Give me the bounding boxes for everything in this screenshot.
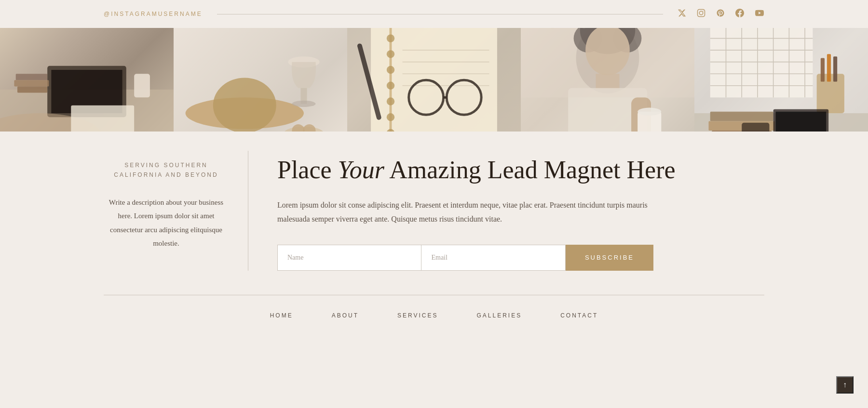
sidebar-description: Write a description about your business … (104, 196, 229, 250)
svg-rect-9 (134, 74, 150, 97)
nav-galleries[interactable]: GALLERIES (477, 312, 522, 319)
instagram-handle[interactable]: @INSTAGRAMUSERNAME (104, 11, 203, 17)
nav-about[interactable]: ABOUT (332, 312, 359, 319)
svg-rect-77 (710, 112, 773, 121)
svg-rect-74 (821, 58, 825, 82)
title-text-italic: Your (338, 156, 384, 184)
svg-point-14 (213, 78, 276, 132)
footer-nav-bar: HOME ABOUT SERVICES GALLERIES CONTACT (0, 295, 868, 333)
svg-point-30 (387, 113, 394, 121)
scroll-to-top-button[interactable]: ↑ (836, 376, 854, 394)
photo-cell-4 (521, 28, 694, 132)
svg-point-29 (387, 97, 394, 105)
svg-rect-8 (17, 86, 47, 92)
svg-rect-51 (521, 28, 694, 97)
lead-magnet-description: Lorem ipsum dolor sit conse adipiscing e… (277, 198, 653, 226)
email-input[interactable] (421, 245, 565, 271)
header-bar: @INSTAGRAMUSERNAME (0, 0, 868, 28)
svg-rect-0 (698, 10, 705, 17)
photo-cell-2 (174, 28, 347, 132)
svg-point-50 (637, 108, 661, 116)
title-text-start: Place (277, 156, 338, 184)
photo-cell-3 (347, 28, 521, 132)
svg-rect-11 (71, 105, 134, 132)
subscribe-button[interactable]: SUBSCRIBE (566, 245, 653, 271)
svg-point-1 (699, 11, 703, 15)
nav-services[interactable]: SERVICES (397, 312, 438, 319)
svg-rect-6 (16, 74, 47, 80)
lead-magnet-section: Place Your Amazing Lead Magnet Here Lore… (248, 151, 764, 271)
svg-point-27 (387, 66, 394, 74)
svg-point-2 (703, 11, 704, 12)
facebook-icon[interactable] (735, 9, 744, 19)
photo-cell-5 (694, 28, 868, 132)
svg-rect-82 (742, 123, 769, 132)
instagram-icon[interactable] (697, 9, 705, 19)
nav-home[interactable]: HOME (270, 312, 293, 319)
lead-magnet-title: Place Your Amazing Lead Magnet Here (277, 156, 764, 184)
name-input[interactable] (277, 245, 421, 271)
twitter-icon[interactable] (678, 9, 686, 19)
sidebar-tagline: SERVING SOUTHERN CALIFORNIA AND BEYOND (114, 160, 218, 180)
svg-rect-81 (776, 112, 827, 132)
main-content: SERVING SOUTHERN CALIFORNIA AND BEYOND W… (104, 132, 764, 295)
svg-rect-7 (14, 80, 49, 86)
nav-contact[interactable]: CONTACT (560, 312, 598, 319)
svg-point-17 (292, 101, 315, 107)
pinterest-icon[interactable] (716, 9, 725, 19)
svg-rect-76 (833, 56, 837, 81)
photo-cell-1 (0, 28, 174, 132)
svg-point-26 (387, 50, 394, 58)
svg-point-28 (387, 82, 394, 90)
title-text-end: Amazing Lead Magnet Here (384, 156, 676, 184)
svg-rect-75 (827, 54, 831, 81)
subscribe-form: SUBSCRIBE (277, 245, 653, 271)
youtube-icon[interactable] (755, 9, 764, 19)
instagram-photo-strip (0, 28, 868, 132)
left-sidebar: SERVING SOUTHERN CALIFORNIA AND BEYOND W… (104, 151, 248, 271)
header-divider-line (217, 14, 663, 14)
footer-nav: HOME ABOUT SERVICES GALLERIES CONTACT (0, 295, 868, 333)
svg-point-25 (387, 34, 394, 42)
social-nav (678, 9, 764, 19)
